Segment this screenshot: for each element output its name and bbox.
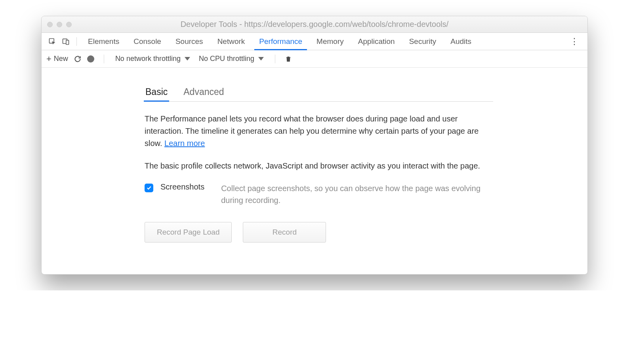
record-button[interactable] [87,55,94,63]
performance-toolbar: + New No network throttling No CPU throt… [42,50,587,68]
divider [275,55,275,63]
devtools-tabbar: Elements Console Sources Network Perform… [42,33,587,50]
minimize-dot[interactable] [57,22,62,27]
new-label: New [54,55,68,63]
basic-description: The basic profile collects network, Java… [145,160,493,172]
intro-paragraph: The Performance panel lets you record wh… [145,113,493,150]
window-title: Developer Tools - https://developers.goo… [42,20,587,29]
new-button[interactable]: + New [46,55,68,63]
network-throttling-dropdown[interactable]: No network throttling [114,55,192,63]
svg-rect-2 [66,40,69,44]
record-icon [87,55,94,63]
devtools-window: Developer Tools - https://developers.goo… [41,16,588,275]
inspect-icon[interactable] [46,35,59,48]
tab-security[interactable]: Security [402,33,444,50]
titlebar: Developer Tools - https://developers.goo… [42,16,587,33]
plus-icon: + [46,55,51,63]
performance-panel: Basic Advanced The Performance panel let… [42,68,587,274]
tab-network[interactable]: Network [210,33,252,50]
subtab-basic[interactable]: Basic [145,83,168,101]
reload-button[interactable] [74,55,82,63]
screenshots-option: Screenshots Collect page screenshots, so… [145,182,493,206]
panel-tabs: Elements Console Sources Network Perform… [81,33,478,50]
action-buttons: Record Page Load Record [145,222,493,243]
divider [76,37,77,46]
tab-console[interactable]: Console [126,33,168,50]
close-dot[interactable] [47,22,53,27]
device-toggle-icon[interactable] [59,35,72,48]
record-page-load-button[interactable]: Record Page Load [145,222,232,243]
clear-button[interactable] [285,55,292,63]
screenshots-label: Screenshots [160,182,214,191]
more-menu-icon[interactable]: ⋮ [565,36,583,47]
tab-audits[interactable]: Audits [443,33,478,50]
learn-more-link[interactable]: Learn more [164,139,205,148]
chevron-down-icon [185,57,190,61]
trash-icon [285,55,292,63]
screenshots-description: Collect page screenshots, so you can obs… [221,182,493,206]
divider [104,55,104,63]
screenshots-checkbox[interactable] [145,184,153,192]
record-action-button[interactable]: Record [243,222,326,243]
chevron-down-icon [258,57,264,61]
tab-memory[interactable]: Memory [309,33,351,50]
check-icon [146,185,152,191]
zoom-dot[interactable] [66,22,72,27]
tab-sources[interactable]: Sources [168,33,210,50]
tab-elements[interactable]: Elements [81,33,126,50]
cpu-throttling-label: No CPU throttling [199,55,254,63]
subtab-advanced[interactable]: Advanced [183,83,225,101]
tab-performance[interactable]: Performance [252,33,309,50]
window-controls [47,22,72,27]
tab-application[interactable]: Application [351,33,402,50]
cpu-throttling-dropdown[interactable]: No CPU throttling [197,55,265,63]
network-throttling-label: No network throttling [115,55,181,63]
reload-icon [74,55,82,63]
profile-subtabs: Basic Advanced [145,83,493,102]
